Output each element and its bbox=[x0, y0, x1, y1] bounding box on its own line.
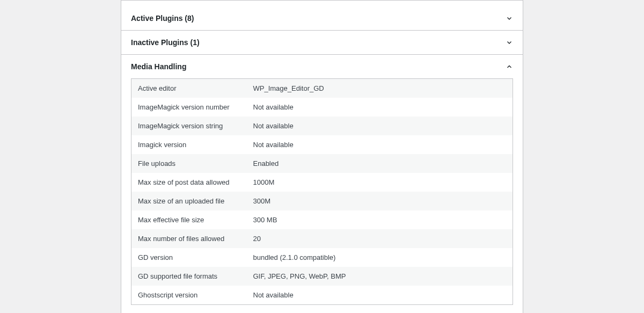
row-value: WP_Image_Editor_GD bbox=[247, 79, 513, 98]
table-row: File uploadsEnabled bbox=[131, 154, 513, 173]
row-value: GIF, JPEG, PNG, WebP, BMP bbox=[247, 267, 513, 286]
row-value: Not available bbox=[247, 135, 513, 154]
row-value: 1000M bbox=[247, 173, 513, 192]
row-value: 300 MB bbox=[247, 210, 513, 229]
row-value: Not available bbox=[247, 286, 513, 305]
row-value: Enabled bbox=[247, 154, 513, 173]
row-value: bundled (2.1.0 compatible) bbox=[247, 248, 513, 267]
panel-title: Media Handling bbox=[131, 62, 186, 71]
table-row: Max effective file size300 MB bbox=[131, 210, 513, 229]
row-value: Not available bbox=[247, 117, 513, 135]
table-row: Active editorWP_Image_Editor_GD bbox=[131, 79, 513, 98]
table-row: ImageMagick version stringNot available bbox=[131, 117, 513, 135]
row-value: 20 bbox=[247, 229, 513, 248]
row-label: ImageMagick version number bbox=[131, 98, 247, 117]
row-label: Max size of post data allowed bbox=[131, 173, 247, 192]
panel-inactive-plugins: Inactive Plugins (1) bbox=[121, 31, 523, 55]
chevron-down-icon bbox=[506, 14, 513, 22]
table-row: GD versionbundled (2.1.0 compatible) bbox=[131, 248, 513, 267]
panel-header-inactive-plugins[interactable]: Inactive Plugins (1) bbox=[121, 31, 523, 54]
panel-top-spacer bbox=[121, 0, 523, 6]
panel-body-media-handling: Active editorWP_Image_Editor_GDImageMagi… bbox=[121, 78, 523, 313]
row-value: 300M bbox=[247, 192, 513, 210]
row-label: File uploads bbox=[131, 154, 247, 173]
row-label: Active editor bbox=[131, 79, 247, 98]
row-label: Max effective file size bbox=[131, 210, 247, 229]
row-label: ImageMagick version string bbox=[131, 117, 247, 135]
table-row: Max number of files allowed20 bbox=[131, 229, 513, 248]
table-row: Ghostscript versionNot available bbox=[131, 286, 513, 305]
panel-media-handling: Media Handling Active editorWP_Image_Edi… bbox=[121, 55, 523, 313]
row-label: GD version bbox=[131, 248, 247, 267]
table-row: Max size of an uploaded file300M bbox=[131, 192, 513, 210]
media-handling-table: Active editorWP_Image_Editor_GDImageMagi… bbox=[131, 78, 513, 305]
row-label: Max size of an uploaded file bbox=[131, 192, 247, 210]
panel-active-plugins: Active Plugins (8) bbox=[121, 6, 523, 31]
row-label: Max number of files allowed bbox=[131, 229, 247, 248]
row-label: GD supported file formats bbox=[131, 267, 247, 286]
row-value: Not available bbox=[247, 98, 513, 117]
table-row: Max size of post data allowed1000M bbox=[131, 173, 513, 192]
table-row: ImageMagick version numberNot available bbox=[131, 98, 513, 117]
panel-title: Active Plugins (8) bbox=[131, 14, 194, 23]
row-label: Imagick version bbox=[131, 135, 247, 154]
row-label: Ghostscript version bbox=[131, 286, 247, 305]
site-health-panels: Active Plugins (8) Inactive Plugins (1) … bbox=[121, 0, 523, 313]
chevron-up-icon bbox=[506, 63, 513, 70]
table-row: Imagick versionNot available bbox=[131, 135, 513, 154]
table-row: GD supported file formatsGIF, JPEG, PNG,… bbox=[131, 267, 513, 286]
chevron-down-icon bbox=[506, 39, 513, 46]
panel-header-active-plugins[interactable]: Active Plugins (8) bbox=[121, 6, 523, 30]
panel-header-media-handling[interactable]: Media Handling bbox=[121, 55, 523, 78]
panel-title: Inactive Plugins (1) bbox=[131, 38, 200, 47]
